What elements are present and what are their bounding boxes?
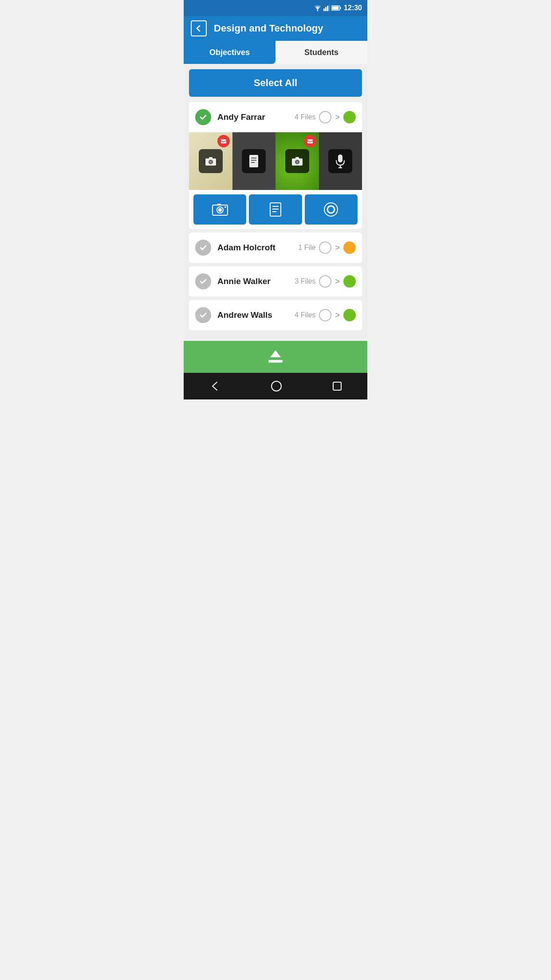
radio-annie[interactable] [319, 275, 331, 288]
select-all-button[interactable]: Select All [189, 69, 362, 97]
status-time: 12:30 [344, 4, 362, 12]
arrow-adam: > [335, 243, 340, 253]
file-thumb-4[interactable] [319, 132, 362, 190]
signal-icon [323, 5, 330, 11]
student-row[interactable]: Andy Farrar 4 Files > [189, 102, 362, 132]
student-name-adam: Adam Holcroft [217, 243, 298, 253]
student-meta-andy: 4 Files > [295, 111, 356, 123]
badge-2 [304, 135, 316, 147]
svg-point-35 [327, 206, 335, 213]
student-card-annie-walker: Annie Walker 3 Files > [189, 266, 362, 296]
svg-rect-11 [209, 157, 213, 159]
student-row-adam[interactable]: Adam Holcroft 1 File > [189, 233, 362, 263]
student-meta-adam: 1 File > [298, 241, 356, 254]
file-thumbnails: sketch [189, 132, 362, 190]
nav-back-button[interactable] [209, 380, 220, 392]
back-button[interactable] [191, 20, 207, 36]
app-header: Design and Technology [184, 16, 367, 41]
tab-objectives[interactable]: Objectives [184, 41, 276, 64]
action-buttons [189, 190, 362, 229]
student-card-andrew-walls: Andrew Walls 4 Files > [189, 300, 362, 330]
svg-rect-2 [325, 7, 327, 11]
tab-students[interactable]: Students [276, 41, 367, 64]
svg-point-10 [209, 161, 212, 163]
page-title: Design and Technology [214, 23, 323, 34]
svg-rect-22 [338, 154, 342, 162]
student-name-andrew: Andrew Walls [217, 310, 295, 320]
camera-icon-2 [285, 149, 309, 173]
svg-point-19 [296, 161, 299, 163]
status-dot-andrew [343, 309, 356, 321]
svg-rect-40 [333, 382, 341, 390]
photo-action-button[interactable] [193, 194, 246, 225]
student-row-andrew[interactable]: Andrew Walls 4 Files > [189, 300, 362, 330]
svg-marker-37 [270, 350, 281, 357]
status-bar: 12:30 [184, 0, 367, 16]
nav-recents-button[interactable] [332, 381, 342, 391]
files-count-andrew: 4 Files [295, 311, 315, 319]
svg-point-39 [272, 381, 281, 391]
svg-point-0 [317, 10, 319, 11]
svg-point-27 [218, 208, 222, 212]
file-thumb-3[interactable] [276, 132, 319, 190]
student-meta-annie: 3 Files > [295, 275, 356, 288]
check-icon-annie [195, 273, 211, 289]
svg-rect-6 [340, 7, 341, 9]
android-nav-bar [184, 373, 367, 399]
files-count-annie: 3 Files [295, 277, 315, 285]
status-icons [314, 5, 341, 11]
student-name-andy: Andy Farrar [217, 112, 295, 122]
badge-1 [217, 135, 230, 147]
student-card-andy-farrar: Andy Farrar 4 Files > sketch [189, 102, 362, 229]
student-meta-andrew: 4 Files > [295, 309, 356, 321]
student-card-adam-holcroft: Adam Holcroft 1 File > [189, 233, 362, 263]
radio-andrew[interactable] [319, 309, 331, 321]
svg-rect-3 [327, 6, 328, 11]
upload-button[interactable] [184, 341, 367, 373]
arrow-andrew: > [335, 311, 340, 320]
check-icon-andy [195, 109, 211, 125]
svg-rect-4 [329, 5, 330, 11]
svg-rect-20 [295, 157, 299, 159]
camera-icon-1 [199, 149, 223, 173]
file-thumb-1[interactable]: sketch [189, 132, 232, 190]
svg-rect-28 [217, 204, 221, 205]
wifi-icon [314, 5, 322, 11]
radio-andy[interactable] [319, 111, 331, 123]
record-action-button[interactable] [305, 194, 358, 225]
notes-action-button[interactable] [249, 194, 302, 225]
svg-rect-13 [249, 155, 258, 167]
svg-rect-36 [268, 360, 283, 363]
arrow-andy: > [335, 113, 340, 122]
files-count-adam: 1 File [298, 244, 315, 252]
status-dot-adam [343, 241, 356, 254]
file-thumb-2[interactable] [232, 132, 276, 190]
content-area: Select All Andy Farrar 4 Files > [184, 64, 367, 339]
svg-rect-29 [224, 206, 226, 208]
battery-icon [331, 5, 341, 11]
mic-icon [328, 149, 352, 173]
svg-rect-7 [332, 7, 339, 10]
status-dot-andy [343, 111, 356, 123]
nav-home-button[interactable] [271, 380, 282, 392]
student-row-annie[interactable]: Annie Walker 3 Files > [189, 266, 362, 296]
check-icon-andrew [195, 307, 211, 323]
radio-adam[interactable] [319, 241, 331, 254]
svg-rect-1 [323, 8, 325, 11]
status-dot-annie [343, 275, 356, 288]
svg-point-34 [324, 203, 338, 216]
tab-bar: Objectives Students [184, 41, 367, 64]
notes-icon-1 [242, 149, 266, 173]
student-name-annie: Annie Walker [217, 277, 295, 286]
files-count-andy: 4 Files [295, 113, 315, 121]
check-icon-adam [195, 240, 211, 256]
arrow-annie: > [335, 277, 340, 286]
